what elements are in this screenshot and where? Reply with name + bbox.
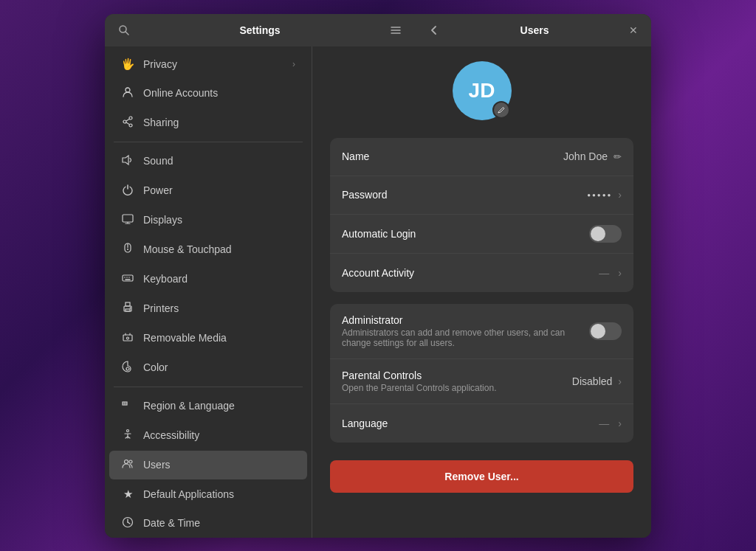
- main-panel: JD Name John Doe ✏: [312, 46, 651, 538]
- sidebar-item-printers[interactable]: Printers: [109, 294, 307, 323]
- password-label: Password: [342, 189, 587, 201]
- sidebar-item-displays[interactable]: Displays: [109, 206, 307, 235]
- toggle-knob: [591, 226, 605, 241]
- password-value: ●●●●● ›: [587, 189, 622, 201]
- sidebar-item-label: Power: [143, 184, 173, 196]
- sidebar-item-label: Color: [143, 361, 168, 373]
- sidebar-item-label: Sound: [143, 155, 173, 167]
- users-icon: [121, 458, 134, 472]
- name-edit-icon[interactable]: ✏: [614, 151, 622, 162]
- removable-media-icon: [121, 331, 134, 345]
- divider: [114, 142, 303, 142]
- sidebar-item-label: Default Applications: [143, 488, 234, 500]
- automatic-login-label: Automatic Login: [342, 228, 589, 240]
- svg-line-9: [126, 119, 129, 121]
- online-accounts-icon: [121, 86, 134, 100]
- name-value: John Doe ✏: [563, 150, 622, 162]
- back-button[interactable]: [424, 20, 444, 41]
- administrator-label: Administrator: [342, 314, 589, 326]
- sidebar-item-mouse-touchpad[interactable]: Mouse & Touchpad: [109, 235, 307, 264]
- svg-rect-12: [123, 215, 133, 222]
- toggle-knob: [591, 324, 605, 339]
- sidebar-item-default-applications[interactable]: ★ Default Applications: [109, 480, 307, 508]
- remove-user-button[interactable]: Remove User...: [330, 460, 633, 493]
- menu-icon[interactable]: [385, 20, 406, 41]
- svg-line-40: [128, 522, 130, 524]
- sidebar-item-users[interactable]: Users: [109, 451, 307, 479]
- settings-window: Settings Users ✕ 🖐 P: [105, 14, 651, 538]
- settings-title: Settings: [140, 24, 379, 36]
- sidebar-item-label: Printers: [143, 302, 179, 314]
- language-chevron-icon: ›: [618, 417, 622, 429]
- avatar-initials: JD: [469, 79, 495, 103]
- automatic-login-row: Automatic Login: [330, 215, 633, 254]
- sharing-icon: [121, 116, 134, 130]
- avatar-wrapper: JD: [453, 61, 512, 120]
- default-apps-icon: ★: [121, 488, 134, 501]
- sidebar-item-label: Online Accounts: [143, 87, 218, 99]
- sidebar: 🖐 Privacy › Online Accounts: [105, 46, 312, 538]
- svg-point-5: [126, 88, 130, 92]
- power-icon: [121, 184, 134, 198]
- name-row: Name John Doe ✏: [330, 138, 633, 176]
- privacy-icon: 🖐: [121, 58, 134, 71]
- sidebar-item-sound[interactable]: Sound: [109, 147, 307, 176]
- sidebar-item-label: Privacy: [143, 58, 177, 70]
- account-activity-chevron-icon: ›: [618, 267, 622, 279]
- displays-icon: [121, 213, 134, 227]
- account-activity-value: — ›: [599, 267, 622, 279]
- avatar-edit-button[interactable]: [492, 101, 510, 119]
- language-row[interactable]: Language — ›: [330, 404, 633, 443]
- content-area: 🖐 Privacy › Online Accounts: [105, 46, 651, 538]
- color-icon: [121, 361, 134, 375]
- date-time-icon: [121, 516, 134, 530]
- administrator-sub: Administrators can add and remove other …: [342, 328, 589, 348]
- password-row[interactable]: Password ●●●●● ›: [330, 176, 633, 215]
- sidebar-item-region-language[interactable]: Region & Language: [109, 392, 307, 420]
- parental-controls-chevron-icon: ›: [618, 375, 622, 387]
- avatar-section: JD: [330, 61, 633, 120]
- sidebar-item-keyboard[interactable]: Keyboard: [109, 265, 307, 294]
- password-chevron-icon: ›: [618, 189, 622, 201]
- svg-point-36: [125, 460, 128, 463]
- language-value: — ›: [599, 417, 622, 429]
- sidebar-item-color[interactable]: Color: [109, 353, 307, 382]
- region-icon: [121, 399, 134, 413]
- sidebar-item-label: Region & Language: [143, 400, 235, 412]
- administrator-toggle[interactable]: [589, 322, 622, 340]
- sidebar-item-power[interactable]: Power: [109, 176, 307, 205]
- titlebar: Settings Users ✕: [105, 14, 651, 46]
- accessibility-icon: [121, 429, 134, 443]
- keyboard-icon: [121, 272, 134, 286]
- dash-icon: —: [599, 267, 609, 279]
- svg-rect-27: [123, 335, 132, 341]
- svg-line-1: [126, 32, 128, 35]
- search-icon[interactable]: [114, 20, 134, 41]
- sidebar-item-label: Keyboard: [143, 273, 188, 285]
- svg-point-7: [129, 124, 132, 127]
- svg-point-6: [129, 117, 132, 119]
- svg-point-37: [129, 460, 132, 463]
- sidebar-item-removable-media[interactable]: Removable Media: [109, 324, 307, 353]
- svg-point-17: [127, 249, 128, 250]
- sidebar-item-date-time[interactable]: Date & Time: [109, 509, 307, 538]
- close-button[interactable]: ✕: [625, 21, 642, 39]
- chevron-right-icon: ›: [292, 59, 295, 69]
- sidebar-item-sharing[interactable]: Sharing: [109, 108, 307, 137]
- svg-point-30: [127, 337, 129, 339]
- automatic-login-toggle[interactable]: [589, 225, 622, 243]
- sidebar-item-online-accounts[interactable]: Online Accounts: [109, 79, 307, 108]
- svg-point-26: [130, 307, 131, 308]
- account-activity-row[interactable]: Account Activity — ›: [330, 254, 633, 292]
- sidebar-item-label: Mouse & Touchpad: [143, 243, 232, 255]
- sidebar-item-label: Users: [143, 459, 171, 471]
- name-label: Name: [342, 150, 563, 162]
- administrator-row: Administrator Administrators can add and…: [330, 304, 633, 359]
- sidebar-item-accessibility[interactable]: Accessibility: [109, 421, 307, 450]
- name-text: John Doe: [563, 150, 608, 162]
- sidebar-item-privacy[interactable]: 🖐 Privacy ›: [109, 50, 307, 78]
- sidebar-item-label: Displays: [143, 214, 182, 226]
- parental-controls-row[interactable]: Parental Controls Open the Parental Cont…: [330, 359, 633, 404]
- svg-rect-18: [123, 275, 133, 281]
- mouse-icon: [121, 243, 134, 257]
